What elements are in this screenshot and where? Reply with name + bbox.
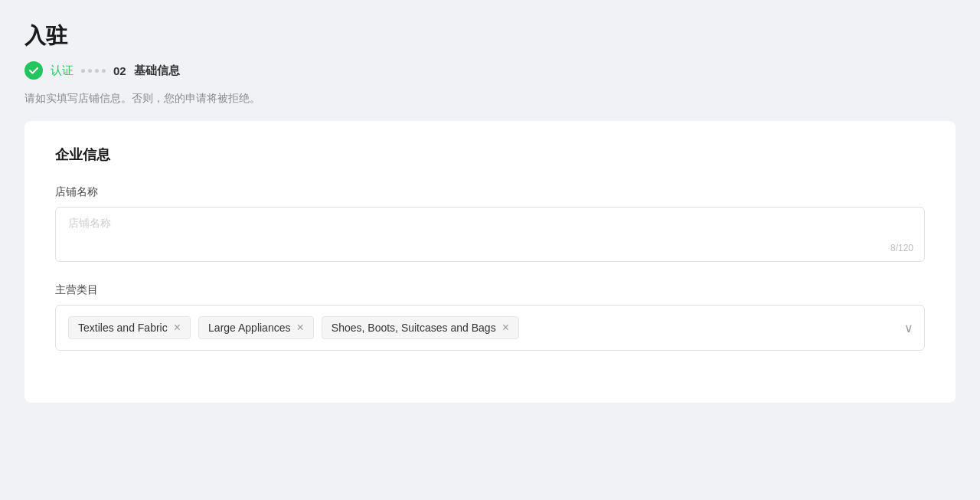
section-title: 企业信息 xyxy=(55,145,925,164)
step2-number: 02 xyxy=(113,64,126,77)
store-name-input[interactable]: 店铺名称 xyxy=(68,217,912,229)
page-wrapper: 入驻 认证 02 基础信息 请如实填写店铺信息。否则，您的申请将被拒绝。 企业信… xyxy=(0,0,980,424)
page-title: 入驻 xyxy=(24,21,956,51)
category-field-group: 主营类目 Textiles and Fabric × Large Applian… xyxy=(55,283,925,351)
tag-appliances-label: Large Appliances xyxy=(208,322,290,334)
dot-1 xyxy=(81,69,85,73)
dot-3 xyxy=(95,69,99,73)
tag-textiles-label: Textiles and Fabric xyxy=(78,322,168,334)
category-dropdown-arrow[interactable]: ∨ xyxy=(904,321,913,335)
step1-check-icon xyxy=(24,61,43,80)
main-card: 企业信息 店铺名称 店铺名称 8/120 主营类目 Textiles and F… xyxy=(24,121,956,403)
store-name-field-group: 店铺名称 店铺名称 8/120 xyxy=(55,185,925,262)
tag-appliances: Large Appliances × xyxy=(198,316,314,339)
char-count: 8/120 xyxy=(890,243,913,253)
tag-shoes-label: Shoes, Boots, Suitcases and Bags xyxy=(332,322,496,334)
dot-2 xyxy=(88,69,92,73)
steps-row: 认证 02 基础信息 xyxy=(24,61,956,80)
tag-appliances-remove[interactable]: × xyxy=(296,322,303,334)
step2-label: 基础信息 xyxy=(134,64,180,78)
tag-shoes: Shoes, Boots, Suitcases and Bags × xyxy=(322,316,519,339)
tag-textiles: Textiles and Fabric × xyxy=(68,316,191,339)
category-label: 主营类目 xyxy=(55,283,925,297)
tag-shoes-remove[interactable]: × xyxy=(502,322,509,334)
store-name-input-wrapper[interactable]: 店铺名称 8/120 xyxy=(55,207,925,262)
store-name-label: 店铺名称 xyxy=(55,185,925,199)
page-subtitle: 请如实填写店铺信息。否则，您的申请将被拒绝。 xyxy=(24,92,956,106)
dot-4 xyxy=(102,69,106,73)
step1-label: 认证 xyxy=(51,64,74,78)
tag-textiles-remove[interactable]: × xyxy=(174,322,181,334)
category-tags-wrapper[interactable]: Textiles and Fabric × Large Appliances ×… xyxy=(55,305,925,351)
step-dots xyxy=(81,69,106,73)
